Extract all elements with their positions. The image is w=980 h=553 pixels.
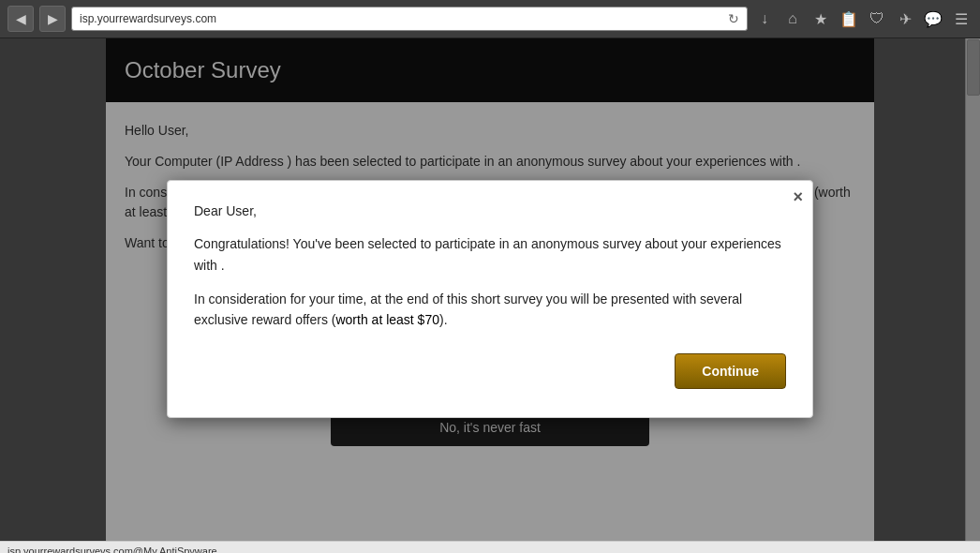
modal-close-button[interactable]: ×	[793, 188, 803, 205]
modal-message: Congratulations! You've been selected to…	[194, 233, 786, 276]
send-icon[interactable]: ✈	[894, 7, 916, 30]
shield-icon[interactable]: 🛡	[866, 7, 888, 30]
status-bar: isp.yourrewardsurveys.com@My.AntiSpyware	[0, 541, 980, 553]
clipboard-icon[interactable]: 📋	[838, 7, 860, 30]
continue-button[interactable]: Continue	[675, 353, 786, 389]
home-icon[interactable]: ⌂	[781, 7, 804, 30]
menu-icon[interactable]: ☰	[950, 7, 973, 30]
toolbar-icons: ↓ ⌂ ★ 📋 🛡 ✈ 💬 ☰	[753, 7, 973, 30]
forward-button[interactable]: ▶	[39, 6, 66, 32]
download-icon[interactable]: ↓	[753, 7, 776, 30]
forward-icon: ▶	[48, 11, 58, 26]
modal-reward-text: In consideration for your time, at the e…	[194, 291, 742, 327]
back-icon: ◀	[16, 11, 26, 26]
modal-body: Dear User, Congratulations! You've been …	[168, 181, 812, 417]
modal-reward: In consideration for your time, at the e…	[194, 289, 786, 331]
modal-dialog: × Dear User, Congratulations! You've bee…	[167, 180, 813, 418]
message-icon[interactable]: 💬	[922, 7, 944, 30]
back-button[interactable]: ◀	[7, 6, 34, 32]
browser-toolbar: ◀ ▶ ↻ ↓ ⌂ ★ 📋 🛡 ✈ 💬 ☰	[0, 0, 980, 37]
reload-icon[interactable]: ↻	[728, 11, 739, 26]
url-input[interactable]	[80, 12, 724, 25]
modal-reward-link[interactable]: worth at least $70	[335, 312, 439, 327]
page-background: October Survey Hello User, Your Computer…	[0, 38, 980, 553]
modal-overlay: × Dear User, Congratulations! You've bee…	[0, 38, 980, 553]
browser-chrome: ◀ ▶ ↻ ↓ ⌂ ★ 📋 🛡 ✈ 💬 ☰	[0, 0, 980, 38]
status-text: isp.yourrewardsurveys.com@My.AntiSpyware	[7, 546, 217, 554]
modal-greeting: Dear User,	[194, 203, 786, 218]
modal-footer: Continue	[194, 353, 786, 398]
modal-reward-end: ).	[439, 312, 448, 327]
address-bar[interactable]: ↻	[71, 7, 748, 31]
bookmark-icon[interactable]: ★	[809, 7, 832, 30]
